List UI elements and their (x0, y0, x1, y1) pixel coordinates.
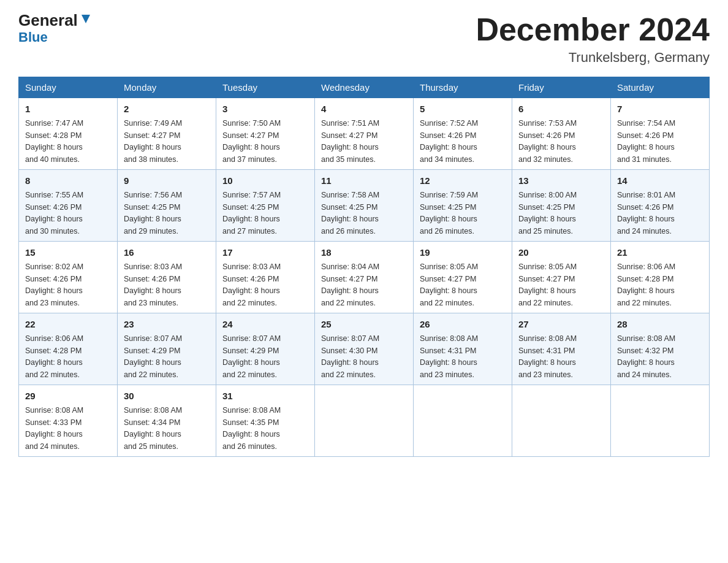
calendar-cell: 25Sunrise: 8:07 AMSunset: 4:30 PMDayligh… (315, 313, 414, 385)
calendar-week-row: 22Sunrise: 8:06 AMSunset: 4:28 PMDayligh… (19, 313, 710, 385)
day-sun-info: Sunrise: 8:05 AMSunset: 4:27 PMDaylight:… (420, 262, 478, 307)
day-sun-info: Sunrise: 8:07 AMSunset: 4:30 PMDaylight:… (321, 334, 379, 379)
calendar-cell (611, 385, 710, 457)
day-sun-info: Sunrise: 8:03 AMSunset: 4:26 PMDaylight:… (124, 262, 182, 307)
calendar-cell: 27Sunrise: 8:08 AMSunset: 4:31 PMDayligh… (512, 313, 611, 385)
day-number: 4 (321, 102, 407, 116)
calendar-cell: 24Sunrise: 8:07 AMSunset: 4:29 PMDayligh… (216, 313, 315, 385)
day-sun-info: Sunrise: 8:07 AMSunset: 4:29 PMDaylight:… (222, 334, 281, 379)
day-number: 6 (518, 102, 604, 116)
day-sun-info: Sunrise: 7:54 AMSunset: 4:26 PMDaylight:… (617, 119, 675, 164)
calendar-week-row: 8Sunrise: 7:55 AMSunset: 4:26 PMDaylight… (19, 170, 710, 242)
day-sun-info: Sunrise: 8:06 AMSunset: 4:28 PMDaylight:… (25, 334, 83, 379)
calendar-cell: 1Sunrise: 7:47 AMSunset: 4:28 PMDaylight… (19, 98, 118, 170)
day-number: 13 (518, 174, 604, 188)
logo-triangle-icon (79, 12, 93, 26)
svg-marker-0 (82, 15, 90, 23)
day-number: 25 (321, 318, 407, 331)
calendar-cell: 28Sunrise: 8:08 AMSunset: 4:32 PMDayligh… (611, 313, 710, 385)
calendar-cell: 22Sunrise: 8:06 AMSunset: 4:28 PMDayligh… (19, 313, 118, 385)
day-sun-info: Sunrise: 7:47 AMSunset: 4:28 PMDaylight:… (25, 119, 83, 164)
logo: General Blue (18, 12, 93, 45)
day-sun-info: Sunrise: 8:04 AMSunset: 4:27 PMDaylight:… (321, 262, 379, 307)
calendar-cell: 2Sunrise: 7:49 AMSunset: 4:27 PMDaylight… (118, 98, 216, 170)
calendar-cell: 8Sunrise: 7:55 AMSunset: 4:26 PMDaylight… (19, 170, 118, 242)
day-number: 14 (617, 174, 703, 188)
day-sun-info: Sunrise: 8:08 AMSunset: 4:31 PMDaylight:… (420, 334, 478, 379)
calendar-cell: 31Sunrise: 8:08 AMSunset: 4:35 PMDayligh… (216, 385, 315, 457)
day-number: 12 (420, 174, 506, 188)
calendar-cell: 7Sunrise: 7:54 AMSunset: 4:26 PMDaylight… (611, 98, 710, 170)
day-of-week-tuesday: Tuesday (216, 77, 315, 98)
day-sun-info: Sunrise: 8:08 AMSunset: 4:34 PMDaylight:… (124, 406, 182, 451)
day-sun-info: Sunrise: 7:56 AMSunset: 4:25 PMDaylight:… (124, 191, 182, 236)
day-number: 29 (25, 389, 111, 403)
calendar-week-row: 1Sunrise: 7:47 AMSunset: 4:28 PMDaylight… (19, 98, 710, 170)
day-of-week-thursday: Thursday (414, 77, 512, 98)
day-number: 21 (617, 246, 703, 259)
day-number: 19 (420, 246, 506, 259)
calendar-title-block: December 2024 Trunkelsberg, Germany (476, 12, 710, 66)
calendar-cell: 12Sunrise: 7:59 AMSunset: 4:25 PMDayligh… (414, 170, 512, 242)
day-sun-info: Sunrise: 8:06 AMSunset: 4:28 PMDaylight:… (617, 262, 675, 307)
calendar-cell: 20Sunrise: 8:05 AMSunset: 4:27 PMDayligh… (512, 242, 611, 313)
day-of-week-monday: Monday (118, 77, 216, 98)
day-sun-info: Sunrise: 7:58 AMSunset: 4:25 PMDaylight:… (321, 191, 379, 236)
calendar-cell (315, 385, 414, 457)
calendar-cell: 9Sunrise: 7:56 AMSunset: 4:25 PMDaylight… (118, 170, 216, 242)
day-sun-info: Sunrise: 8:03 AMSunset: 4:26 PMDaylight:… (222, 262, 281, 307)
day-sun-info: Sunrise: 8:07 AMSunset: 4:29 PMDaylight:… (124, 334, 182, 379)
day-of-week-friday: Friday (512, 77, 611, 98)
calendar-cell (414, 385, 512, 457)
calendar-cell: 17Sunrise: 8:03 AMSunset: 4:26 PMDayligh… (216, 242, 315, 313)
day-number: 26 (420, 318, 506, 331)
day-of-week-saturday: Saturday (611, 77, 710, 98)
day-number: 2 (124, 102, 210, 116)
calendar-cell: 18Sunrise: 8:04 AMSunset: 4:27 PMDayligh… (315, 242, 414, 313)
day-sun-info: Sunrise: 8:01 AMSunset: 4:26 PMDaylight:… (617, 191, 675, 236)
day-sun-info: Sunrise: 7:59 AMSunset: 4:25 PMDaylight:… (420, 191, 478, 236)
days-of-week-row: SundayMondayTuesdayWednesdayThursdayFrid… (19, 77, 710, 98)
calendar-cell: 15Sunrise: 8:02 AMSunset: 4:26 PMDayligh… (19, 242, 118, 313)
calendar-cell: 10Sunrise: 7:57 AMSunset: 4:25 PMDayligh… (216, 170, 315, 242)
calendar-month-year: December 2024 (476, 12, 710, 47)
calendar-cell: 5Sunrise: 7:52 AMSunset: 4:26 PMDaylight… (414, 98, 512, 170)
day-number: 1 (25, 102, 111, 116)
calendar-cell (512, 385, 611, 457)
day-number: 9 (124, 174, 210, 188)
day-sun-info: Sunrise: 7:49 AMSunset: 4:27 PMDaylight:… (124, 119, 182, 164)
calendar-cell: 30Sunrise: 8:08 AMSunset: 4:34 PMDayligh… (118, 385, 216, 457)
calendar-cell: 3Sunrise: 7:50 AMSunset: 4:27 PMDaylight… (216, 98, 315, 170)
day-number: 22 (25, 318, 111, 331)
calendar-header: SundayMondayTuesdayWednesdayThursdayFrid… (19, 77, 710, 98)
day-number: 17 (222, 246, 308, 259)
day-number: 3 (222, 102, 308, 116)
day-number: 18 (321, 246, 407, 259)
day-sun-info: Sunrise: 8:02 AMSunset: 4:26 PMDaylight:… (25, 262, 83, 307)
day-of-week-sunday: Sunday (19, 77, 118, 98)
day-sun-info: Sunrise: 7:51 AMSunset: 4:27 PMDaylight:… (321, 119, 379, 164)
day-number: 5 (420, 102, 506, 116)
calendar-week-row: 29Sunrise: 8:08 AMSunset: 4:33 PMDayligh… (19, 385, 710, 457)
calendar-body: 1Sunrise: 7:47 AMSunset: 4:28 PMDaylight… (19, 98, 710, 457)
day-of-week-wednesday: Wednesday (315, 77, 414, 98)
day-number: 16 (124, 246, 210, 259)
day-number: 24 (222, 318, 308, 331)
day-sun-info: Sunrise: 7:52 AMSunset: 4:26 PMDaylight:… (420, 119, 478, 164)
calendar-cell: 21Sunrise: 8:06 AMSunset: 4:28 PMDayligh… (611, 242, 710, 313)
day-number: 31 (222, 389, 308, 403)
calendar-cell: 6Sunrise: 7:53 AMSunset: 4:26 PMDaylight… (512, 98, 611, 170)
calendar-week-row: 15Sunrise: 8:02 AMSunset: 4:26 PMDayligh… (19, 242, 710, 313)
calendar-cell: 13Sunrise: 8:00 AMSunset: 4:25 PMDayligh… (512, 170, 611, 242)
calendar-cell: 23Sunrise: 8:07 AMSunset: 4:29 PMDayligh… (118, 313, 216, 385)
day-number: 23 (124, 318, 210, 331)
day-sun-info: Sunrise: 7:57 AMSunset: 4:25 PMDaylight:… (222, 191, 281, 236)
day-sun-info: Sunrise: 7:53 AMSunset: 4:26 PMDaylight:… (518, 119, 577, 164)
day-number: 8 (25, 174, 111, 188)
logo-general: General (18, 12, 78, 28)
day-sun-info: Sunrise: 7:55 AMSunset: 4:26 PMDaylight:… (25, 191, 83, 236)
calendar-cell: 14Sunrise: 8:01 AMSunset: 4:26 PMDayligh… (611, 170, 710, 242)
day-number: 27 (518, 318, 604, 331)
calendar-cell: 4Sunrise: 7:51 AMSunset: 4:27 PMDaylight… (315, 98, 414, 170)
day-number: 20 (518, 246, 604, 259)
